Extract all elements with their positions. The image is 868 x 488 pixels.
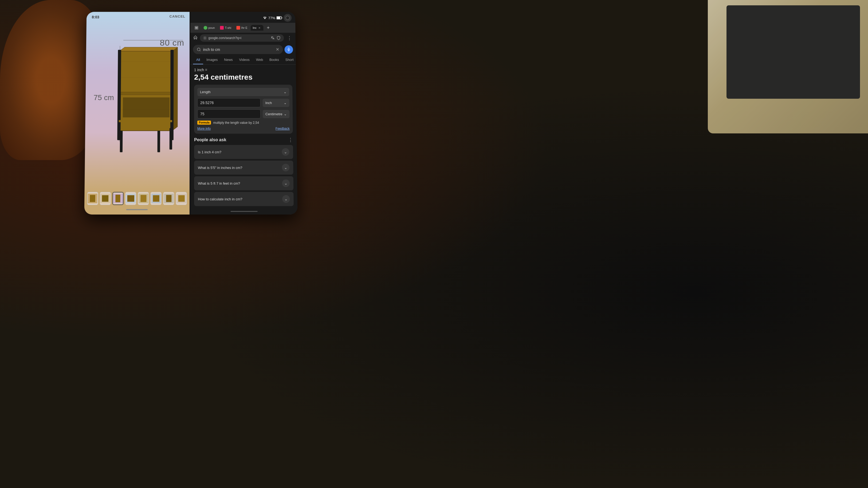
svg-rect-28 [166,195,172,202]
laptop-screen [726,5,860,99]
panel-divider [190,12,190,215]
svg-rect-18 [102,195,108,202]
address-bar[interactable]: google.com/search?q=i [200,34,284,42]
paa-expand-4[interactable]: ⌄ [282,195,290,203]
url-display: google.com/search?q=i [208,36,269,40]
more-info-link[interactable]: More info [197,127,211,130]
feedback-link[interactable]: Feedback [276,127,290,130]
formula-badge: Formula [197,121,211,125]
voice-search-button[interactable] [284,45,293,54]
output-unit-text: Centimetre [266,112,282,116]
translate-icon[interactable] [271,36,275,40]
thumbnail-4[interactable] [125,192,136,205]
thumbnail-1[interactable] [87,192,98,205]
svg-rect-36 [288,48,289,50]
paa-item-2[interactable]: What is 5'5" in inches in cm? ⌄ [194,161,293,175]
dim-line-h [123,40,183,40]
tab-close-button[interactable]: ✕ [258,26,261,30]
output-unit-selector[interactable]: Centimetre ⌄ [263,110,289,118]
svg-rect-11 [157,131,160,152]
home-indicator [230,211,257,212]
search-results-content: 1 inch = 2,54 centimetres Length ⌄ Inch … [190,65,298,215]
paa-item-4[interactable]: How to calculate inch in cm? ⌄ [194,192,294,206]
filter-tab-short[interactable]: Short [282,56,296,64]
filter-tab-videos[interactable]: Videos [236,56,253,64]
thumbnail-strip [84,192,190,205]
filter-tab-all[interactable]: All [193,56,203,64]
result-equation: 1 inch = [194,68,292,72]
svg-rect-7 [119,92,173,95]
tab-inch-active[interactable]: Inc ✕ [250,25,263,31]
svg-rect-16 [90,195,95,202]
filter-tab-books[interactable]: Books [266,56,282,64]
tab-poun[interactable]: poun [202,25,217,31]
category-label: Length [200,90,211,94]
furniture-image [106,46,184,166]
filter-tab-images[interactable]: Images [203,56,221,64]
home-button[interactable] [193,35,198,41]
result-value: 2,54 centimetres [194,73,292,82]
site-settings-icon [203,36,207,40]
search-box[interactable]: inch to cm ✕ [193,45,283,54]
filter-tab-web[interactable]: Web [253,56,266,64]
thumbnail-5[interactable] [138,192,149,205]
svg-rect-33 [282,17,282,19]
paa-expand-3[interactable]: ⌄ [282,180,290,187]
paa-question-3: What is 5 ft 7 in feet in cm? [198,181,282,185]
paa-question-4: How to calculate inch in cm? [198,197,282,201]
paa-header: People also ask ⋮ [194,137,293,143]
tab-m[interactable]: M [192,25,200,31]
paa-item-3[interactable]: What is 5 ft 7 in feet in cm? ⌄ [194,176,293,191]
time-display: 8:03 [92,15,99,19]
svg-rect-32 [277,17,280,19]
thumbnail-7[interactable] [163,192,174,205]
thumbnail-8[interactable] [176,192,187,205]
svg-rect-30 [178,195,185,202]
formula-row: Formula multiply the length value by 2,5… [197,121,289,125]
input-unit-text: Inch [266,101,272,105]
tab-ihre[interactable]: Ihr E [235,25,250,31]
thumbnail-2[interactable] [100,192,111,205]
paa-item-1[interactable]: Is 1 inch 4 cm? ⌄ [194,145,293,159]
paa-expand-2[interactable]: ⌄ [282,164,289,171]
status-bar-right: 77% [190,12,295,23]
paa-question-1: Is 1 inch 4 cm? [198,150,282,154]
output-row: Centimetre ⌄ [197,109,289,119]
svg-point-34 [205,38,205,38]
output-unit-chevron: ⌄ [284,112,287,116]
laptop-decoration [708,0,868,133]
search-query-text: inch to cm [203,47,274,52]
category-selector[interactable]: Length ⌄ [197,88,289,96]
thumbnail-6[interactable] [151,192,162,205]
paa-expand-1[interactable]: ⌄ [282,148,289,156]
foldable-device: 8:03 CANCEL 80 cm 75 cm [84,12,298,215]
value-input[interactable] [197,98,260,107]
output-value-input[interactable] [197,109,260,119]
cancel-button[interactable]: CANCEL [169,14,186,19]
input-row: Inch ⌄ [197,98,289,107]
svg-marker-1 [119,47,178,51]
status-icons: 77% [263,14,291,22]
chrome-menu-button[interactable]: ⋮ [286,35,293,41]
filter-tab-news[interactable]: News [221,56,236,64]
paa-options-icon[interactable]: ⋮ [288,137,293,143]
thumbnail-3-active[interactable] [113,192,124,205]
search-clear-button[interactable]: ✕ [276,47,279,52]
security-icon[interactable] [276,36,281,40]
tabs-bar: M poun T-shi Ihr E Inc ✕ + [190,23,296,33]
new-tab-button[interactable]: + [265,24,272,31]
battery-icon [277,16,282,20]
svg-rect-0 [119,51,172,131]
svg-rect-12 [169,128,172,150]
input-unit-chevron: ⌄ [284,101,287,105]
right-panel: 77% M poun [190,12,298,215]
scroll-indicator [126,209,148,210]
address-bar-row: google.com/search?q=i ⋮ [190,33,296,43]
paa-question-2: What is 5'5" in inches in cm? [198,166,282,170]
tab-tshi[interactable]: T-shi [218,25,234,31]
svg-rect-26 [153,195,159,202]
search-filter-tabs: All Images News Videos Web Books Short [190,56,296,65]
input-unit-selector[interactable]: Inch ⌄ [263,99,289,107]
paa-title: People also ask [194,137,226,142]
svg-rect-20 [115,195,120,202]
